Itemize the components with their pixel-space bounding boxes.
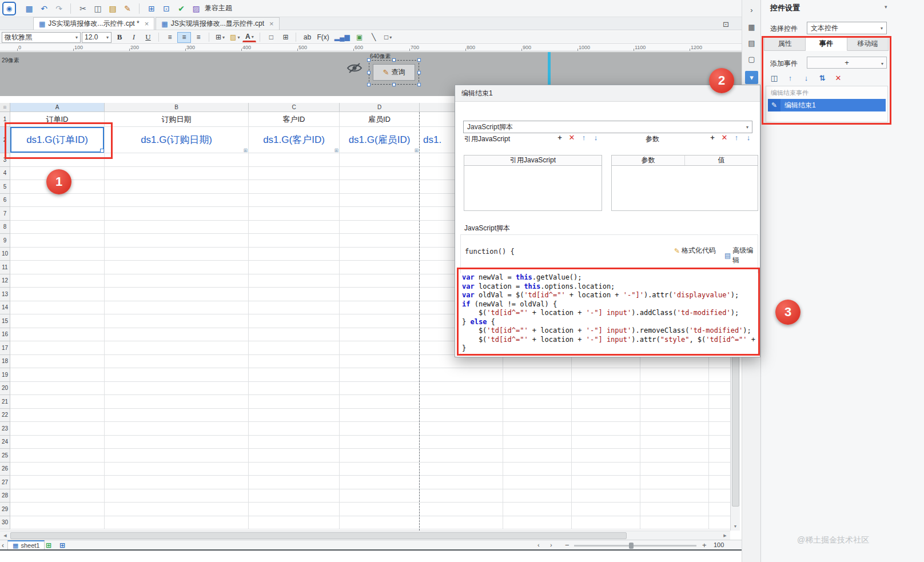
cell-B9[interactable] (105, 234, 249, 248)
horizontal-scroll-thumb[interactable] (10, 532, 627, 539)
cell-B2[interactable]: ds1.G(订购日期)⊞ (105, 127, 249, 153)
cell-A21[interactable] (10, 395, 105, 409)
cell-D26[interactable] (340, 463, 420, 476)
cell-F19[interactable] (503, 368, 572, 382)
formula-button[interactable]: F(x) (314, 32, 331, 43)
scroll-left-icon[interactable]: ◀ (1, 531, 10, 540)
row-header-12[interactable]: 12 (0, 274, 10, 288)
zoom-slider-track[interactable] (574, 545, 696, 547)
cell-H30[interactable] (640, 516, 709, 530)
cell-C21[interactable] (249, 395, 340, 409)
cell-A2[interactable]: ds1.G(订单ID) (10, 127, 105, 153)
row-header-10[interactable]: 10 (0, 248, 10, 261)
row-header-21[interactable]: 21 (0, 395, 10, 409)
condition-display-icon[interactable]: ▾ (745, 71, 758, 84)
close-tab-icon[interactable]: × (269, 19, 274, 28)
cell-C19[interactable] (249, 368, 340, 382)
window-restore-icon[interactable]: ⊡ (723, 20, 729, 29)
cell-G26[interactable] (572, 463, 640, 476)
row-header-29[interactable]: 29 (0, 503, 10, 516)
cell-D15[interactable] (340, 314, 420, 328)
cell-E27[interactable] (420, 476, 503, 489)
panel-tab-mobile[interactable]: 移动端 (847, 37, 889, 51)
cell-A15[interactable] (10, 314, 105, 328)
shape-button[interactable]: □▾ (381, 32, 395, 43)
cell-A25[interactable] (10, 449, 105, 463)
cell-B12[interactable] (105, 274, 249, 288)
cell-A10[interactable] (10, 248, 105, 261)
cell-A18[interactable] (10, 355, 105, 369)
grid-button[interactable]: ⊞ (278, 32, 292, 43)
zoom-in-icon[interactable]: + (702, 541, 707, 549)
code-line[interactable]: $('td[id^="' + location + '-"] input').a… (462, 336, 758, 345)
cell-D30[interactable] (340, 516, 420, 530)
line-button[interactable]: ╲ (367, 32, 381, 43)
resize-handle[interactable] (367, 71, 371, 74)
query-button-widget[interactable]: ✎ 查询 (373, 64, 415, 81)
cell-G25[interactable] (572, 449, 640, 463)
save-icon[interactable]: ▦ (22, 2, 37, 15)
document-tab-1[interactable]: ▦JS实现填报修改...示控件.cpt *× (33, 17, 154, 30)
cell-D13[interactable] (340, 288, 420, 301)
cell-A24[interactable] (10, 436, 105, 449)
cell-E21[interactable] (420, 395, 503, 409)
cell-H26[interactable] (640, 463, 709, 476)
cell-I22[interactable] (709, 409, 730, 423)
close-tab-icon[interactable]: × (145, 19, 149, 28)
cell-H29[interactable] (640, 503, 709, 516)
sheet-corner[interactable]: ⊞ (0, 103, 10, 112)
cell-A11[interactable] (10, 261, 105, 274)
cell-A3[interactable] (10, 153, 105, 167)
cell-F30[interactable] (503, 516, 572, 530)
resize-handle[interactable] (392, 58, 396, 62)
border-button[interactable]: □ (264, 32, 278, 43)
cell-B21[interactable] (105, 395, 249, 409)
query-button[interactable]: ✎ 查询 (373, 64, 415, 81)
cell-B23[interactable] (105, 422, 249, 436)
cell-I25[interactable] (709, 449, 730, 463)
fill-color-button[interactable]: ▨▾ (228, 32, 242, 43)
cell-A1[interactable]: 订单ID (10, 112, 105, 127)
cell-D8[interactable] (340, 221, 420, 234)
cell-D19[interactable] (340, 368, 420, 382)
row-header-8[interactable]: 8 (0, 221, 10, 234)
cell-B30[interactable] (105, 516, 249, 530)
cell-A9[interactable] (10, 234, 105, 248)
bold-button[interactable]: B (113, 32, 126, 43)
cell-E29[interactable] (420, 503, 503, 516)
cell-B26[interactable] (105, 463, 249, 476)
cell-E23[interactable] (420, 422, 503, 436)
cell-D25[interactable] (340, 449, 420, 463)
row-header-18[interactable]: 18 (0, 355, 10, 369)
cell-D9[interactable] (340, 234, 420, 248)
cell-I19[interactable] (709, 368, 730, 382)
cell-D16[interactable] (340, 328, 420, 342)
cell-F29[interactable] (503, 503, 572, 516)
underline-button[interactable]: U (141, 32, 155, 43)
cell-C4[interactable] (249, 167, 340, 181)
cell-A12[interactable] (10, 274, 105, 288)
cell-A23[interactable] (10, 422, 105, 436)
add-icon[interactable]: + (707, 131, 718, 143)
cell-I21[interactable] (709, 395, 730, 409)
col-header-A[interactable]: A (10, 103, 105, 112)
cell-F28[interactable] (503, 489, 572, 503)
cell-B7[interactable] (105, 207, 249, 221)
move-up-icon[interactable]: ↑ (578, 131, 590, 143)
validate-icon[interactable]: ✔ (174, 2, 189, 15)
cell-I23[interactable] (709, 422, 730, 436)
event-list-item-selected[interactable]: ✎ 编辑结束1 (768, 99, 886, 111)
cell-H28[interactable] (640, 489, 709, 503)
cell-G19[interactable] (572, 368, 640, 382)
cell-F27[interactable] (503, 476, 572, 489)
format-code-button[interactable]: ✎ 格式化代码 (674, 246, 716, 256)
row-header-26[interactable]: 26 (0, 463, 10, 476)
cell-I26[interactable] (709, 463, 730, 476)
cell-C26[interactable] (249, 463, 340, 476)
cell-E30[interactable] (420, 516, 503, 530)
code-line[interactable]: } else { (462, 318, 758, 327)
cell-B5[interactable] (105, 180, 249, 194)
resize-handle[interactable] (417, 83, 421, 86)
cell-B18[interactable] (105, 355, 249, 369)
cell-C28[interactable] (249, 489, 340, 503)
